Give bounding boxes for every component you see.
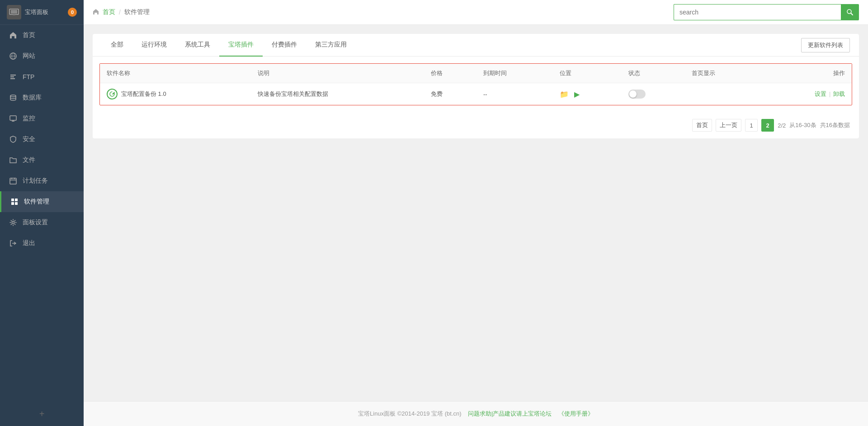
- uninstall-link[interactable]: 卸载: [833, 90, 845, 97]
- sidebar-item-label: 面板设置: [23, 218, 48, 227]
- breadcrumb-sep: /: [119, 9, 121, 16]
- action-separator: |: [829, 90, 832, 97]
- sidebar-item-software[interactable]: 软件管理: [0, 191, 84, 212]
- col-header-desc: 说明: [251, 64, 425, 83]
- tab-bt-plugins[interactable]: 宝塔插件: [219, 34, 263, 57]
- sidebar-item-security[interactable]: 安全: [0, 129, 84, 150]
- notification-badge: 0: [68, 8, 77, 17]
- software-price: 免费: [424, 83, 476, 105]
- software-table-container: 软件名称 说明 价格 到期时间 位置 状态 首页显示 操作: [99, 63, 852, 105]
- svg-line-21: [851, 13, 853, 15]
- software-expire: --: [476, 83, 553, 105]
- svg-rect-14: [11, 199, 14, 201]
- svg-rect-2: [13, 14, 15, 15]
- software-name-cell: 宝塔配置备份 1.0: [100, 83, 251, 105]
- software-actions: 设置 | 卸载: [762, 83, 852, 105]
- tab-tools[interactable]: 系统工具: [176, 34, 219, 57]
- main-content: 首页 / 软件管理 全部 运行环境 系统工具: [84, 0, 868, 426]
- logout-icon: [9, 239, 17, 247]
- sidebar: 宝塔面板 0 首页 网站: [0, 0, 84, 426]
- sidebar-item-tasks[interactable]: 计划任务: [0, 170, 84, 191]
- update-software-list-button[interactable]: 更新软件列表: [801, 38, 850, 52]
- total-pages: 2/2: [778, 122, 786, 129]
- col-header-price: 价格: [424, 64, 476, 83]
- footer-manual-link[interactable]: 《使用手册》: [558, 410, 594, 417]
- sidebar-logo: 宝塔面板: [7, 5, 48, 19]
- logo-icon: [7, 5, 21, 19]
- svg-rect-17: [15, 202, 18, 205]
- software-desc: 快速备份宝塔相关配置数据: [251, 83, 425, 105]
- logo-text: 宝塔面板: [25, 8, 48, 16]
- prev-page-btn[interactable]: 上一页: [716, 119, 741, 132]
- page-2-btn[interactable]: 2: [761, 119, 774, 132]
- svg-point-6: [10, 95, 16, 97]
- sidebar-item-label: 监控: [23, 114, 35, 123]
- tab-paid[interactable]: 付费插件: [263, 34, 306, 57]
- search-container: [674, 4, 859, 20]
- sidebar-header: 宝塔面板 0: [0, 0, 84, 25]
- footer: 宝塔Linux面板 ©2014-2019 宝塔 (bt.cn) 问题求助|产品建…: [84, 401, 868, 426]
- gear-icon: [9, 218, 17, 227]
- play-icon[interactable]: ▶: [574, 90, 580, 98]
- software-status: [622, 83, 685, 105]
- col-header-expire: 到期时间: [476, 64, 553, 83]
- table-header-row: 软件名称 说明 价格 到期时间 位置 状态 首页显示 操作: [100, 64, 852, 83]
- page-range: 从16-30条: [789, 121, 816, 129]
- total-records: 共16条数据: [820, 121, 850, 129]
- tabs-bar: 全部 运行环境 系统工具 宝塔插件 付费插件 第三方应用 更新软件列表: [93, 34, 859, 57]
- toggle-knob: [629, 90, 637, 98]
- sidebar-item-label: 数据库: [23, 94, 42, 102]
- sidebar-item-logout[interactable]: 退出: [0, 233, 84, 254]
- top-bar: 首页 / 软件管理: [84, 0, 868, 25]
- sidebar-nav: 首页 网站 FTP 数据库: [0, 25, 84, 402]
- svg-point-18: [12, 222, 14, 224]
- sidebar-item-label: 网站: [23, 52, 35, 60]
- sidebar-item-label: 软件管理: [24, 198, 49, 206]
- settings-link[interactable]: 设置: [815, 90, 826, 97]
- shield-icon: [9, 135, 17, 143]
- grid-icon: [10, 198, 19, 206]
- pagination: 首页 上一页 1 2 2/2 从16-30条 共16条数据: [93, 112, 859, 138]
- software-table: 软件名称 说明 价格 到期时间 位置 状态 首页显示 操作: [100, 64, 852, 105]
- search-input[interactable]: [674, 4, 841, 20]
- folder-icon[interactable]: 📁: [560, 90, 569, 98]
- database-icon: [9, 94, 17, 102]
- sidebar-item-panel[interactable]: 面板设置: [0, 212, 84, 233]
- sidebar-item-label: 计划任务: [23, 177, 48, 185]
- status-toggle[interactable]: [628, 90, 646, 99]
- sidebar-item-label: 首页: [23, 31, 35, 39]
- software-homepage: [685, 83, 761, 105]
- breadcrumb-current: 软件管理: [124, 8, 150, 16]
- svg-rect-15: [15, 199, 18, 201]
- col-header-homepage: 首页显示: [685, 64, 761, 83]
- sidebar-item-database[interactable]: 数据库: [0, 87, 84, 108]
- tab-all[interactable]: 全部: [102, 34, 132, 57]
- home-breadcrumb-icon: [93, 9, 99, 16]
- col-header-action: 操作: [762, 64, 852, 83]
- sidebar-item-website[interactable]: 网站: [0, 46, 84, 66]
- sidebar-item-files[interactable]: 文件: [0, 150, 84, 170]
- globe-icon: [9, 52, 17, 60]
- sidebar-item-home[interactable]: 首页: [0, 25, 84, 46]
- tab-third-party[interactable]: 第三方应用: [306, 34, 356, 57]
- svg-rect-16: [11, 202, 14, 205]
- search-button[interactable]: [841, 4, 859, 20]
- ftp-icon: [9, 73, 17, 81]
- tab-runtime[interactable]: 运行环境: [132, 34, 176, 57]
- breadcrumb-home[interactable]: 首页: [103, 8, 115, 16]
- page-1-btn[interactable]: 1: [745, 119, 758, 132]
- sidebar-item-label: 文件: [23, 156, 35, 164]
- first-page-btn[interactable]: 首页: [692, 119, 712, 132]
- software-name: 宝塔配置备份 1.0: [121, 90, 166, 98]
- sidebar-add-button[interactable]: +: [0, 402, 84, 426]
- footer-help-link[interactable]: 问题求助|产品建议请上宝塔论坛: [468, 410, 552, 417]
- svg-rect-7: [10, 116, 16, 120]
- sidebar-item-label: 安全: [23, 135, 35, 143]
- sidebar-item-ftp[interactable]: FTP: [0, 66, 84, 87]
- table-row: 宝塔配置备份 1.0 快速备份宝塔相关配置数据 免费 -- 📁 ▶: [100, 83, 852, 105]
- home-icon: [9, 31, 17, 39]
- content-card: 全部 运行环境 系统工具 宝塔插件 付费插件 第三方应用 更新软件列表: [93, 34, 859, 138]
- sidebar-item-monitor[interactable]: 监控: [0, 108, 84, 129]
- tabs-list: 全部 运行环境 系统工具 宝塔插件 付费插件 第三方应用: [102, 34, 356, 56]
- software-location: 📁 ▶: [553, 83, 622, 105]
